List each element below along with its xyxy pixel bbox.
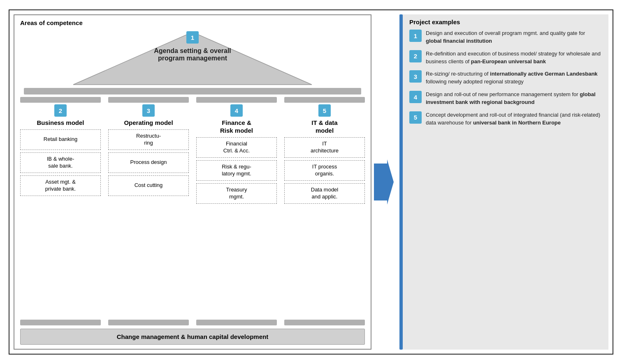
col4-item2: IT processorganis.: [284, 160, 365, 181]
col2-top-bar: [108, 97, 189, 103]
column-it-data: 5 IT & datamodel ITarchitecture IT proce…: [284, 97, 365, 325]
bottom-bar: Change management & human capital develo…: [20, 329, 365, 345]
col3-item2: Risk & regu-latory mgmt.: [196, 160, 277, 181]
project-badge-3: 3: [409, 70, 422, 83]
col1-badge: 2: [54, 104, 67, 117]
left-title: Areas of competence: [20, 19, 365, 26]
left-panel: Areas of competence 1 Agenda setting & o…: [14, 14, 371, 350]
roof-area: 1 Agenda setting & overall program manag…: [20, 29, 365, 86]
project-item-5: 5 Concept development and roll-out of in…: [409, 111, 602, 127]
column-business-model: 2 Business model Retail banking IB & who…: [20, 97, 101, 325]
col1-item2: IB & whole-sale bank.: [20, 152, 101, 173]
project-item-4: 4 Design and roll-out of new performance…: [409, 91, 602, 106]
col4-items: ITarchitecture IT processorganis. Data m…: [284, 137, 365, 318]
col4-item1: ITarchitecture: [284, 137, 365, 158]
col1-title: Business model: [37, 119, 84, 127]
col3-title: Finance &Risk model: [220, 119, 253, 135]
project-text-2: Re-definition and execution of business …: [426, 50, 602, 66]
col3-badge: 4: [230, 104, 243, 117]
vertical-divider: [399, 14, 403, 350]
col2-item1: Restructu-ring: [108, 129, 189, 150]
col4-item3: Data modeland applic.: [284, 183, 365, 204]
project-text-5: Concept development and roll-out of inte…: [426, 111, 602, 127]
col2-bottom-bar: [108, 320, 189, 325]
columns-row: 2 Business model Retail banking IB & who…: [20, 97, 365, 325]
project-text-4: Design and roll-out of new performance m…: [426, 91, 602, 106]
col1-item1: Retail banking: [20, 129, 101, 150]
col2-title: Operating model: [124, 119, 173, 127]
col1-items: Retail banking IB & whole-sale bank. Ass…: [20, 129, 101, 318]
main-container: Areas of competence 1 Agenda setting & o…: [9, 9, 613, 355]
col3-bottom-bar: [196, 320, 277, 325]
col4-badge: 5: [318, 104, 331, 117]
col4-bottom-bar: [284, 320, 365, 325]
project-badge-4: 4: [409, 91, 422, 103]
project-badge-1: 1: [409, 30, 422, 42]
col4-title: IT & datamodel: [311, 119, 337, 135]
col1-item3: Asset mgt. &private bank.: [20, 175, 101, 196]
col4-header: 5 IT & datamodel: [284, 104, 365, 135]
triangle-container: 1 Agenda setting & overall program manag…: [65, 29, 320, 86]
arrow-separator: [371, 10, 396, 354]
col1-top-bar: [20, 97, 101, 103]
project-text-3: Re-sizing/ re-structuring of internation…: [426, 70, 602, 86]
svg-marker-1: [374, 159, 394, 205]
col3-items: FinancialCtrl. & Acc. Risk & regu-latory…: [196, 137, 277, 318]
col3-top-bar: [196, 97, 277, 103]
col3-header: 4 Finance &Risk model: [196, 104, 277, 135]
project-item-3: 3 Re-sizing/ re-structuring of internati…: [409, 70, 602, 86]
col1-bottom-bar: [20, 320, 101, 325]
col4-top-bar: [284, 97, 365, 103]
col2-header: 3 Operating model: [108, 104, 189, 127]
project-badge-5: 5: [409, 111, 422, 124]
roof-text: Agenda setting & overall program managem…: [147, 47, 238, 62]
right-panel: Project examples 1 Design and execution …: [403, 14, 608, 350]
col3-item3: Treasurymgmt.: [196, 183, 277, 204]
project-badge-2: 2: [409, 50, 422, 62]
right-title: Project examples: [409, 18, 602, 25]
project-item-1: 1 Design and execution of overall progra…: [409, 30, 602, 45]
col1-header: 2 Business model: [20, 104, 101, 127]
column-finance-risk: 4 Finance &Risk model FinancialCtrl. & A…: [196, 97, 277, 325]
col2-item2: Process design: [108, 152, 189, 173]
project-text-1: Design and execution of overall program …: [426, 30, 602, 45]
project-item-2: 2 Re-definition and execution of busines…: [409, 50, 602, 66]
roof-badge: 1: [186, 31, 199, 44]
col2-badge: 3: [142, 104, 155, 117]
col3-item1: FinancialCtrl. & Acc.: [196, 137, 277, 158]
col2-items: Restructu-ring Process design Cost cutti…: [108, 129, 189, 318]
column-operating-model: 3 Operating model Restructu-ring Process…: [108, 97, 189, 325]
top-horizontal-bar: [24, 88, 361, 94]
col2-item3: Cost cutting: [108, 175, 189, 196]
arrow-icon: [373, 157, 395, 207]
